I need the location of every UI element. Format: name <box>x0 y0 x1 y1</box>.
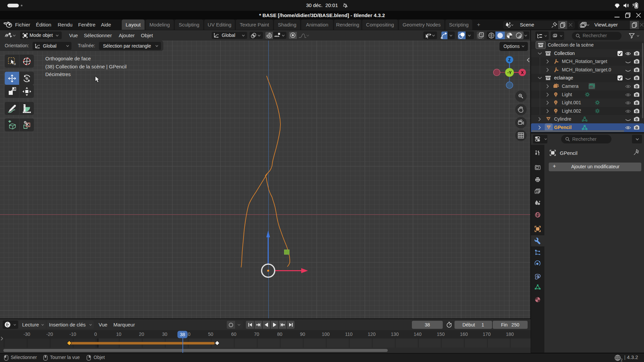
svg-text:-Y: -Y <box>507 70 512 75</box>
svg-text:Z: Z <box>508 58 511 62</box>
svg-text:X: X <box>521 70 524 75</box>
svg-text:2: 2 <box>621 358 623 362</box>
